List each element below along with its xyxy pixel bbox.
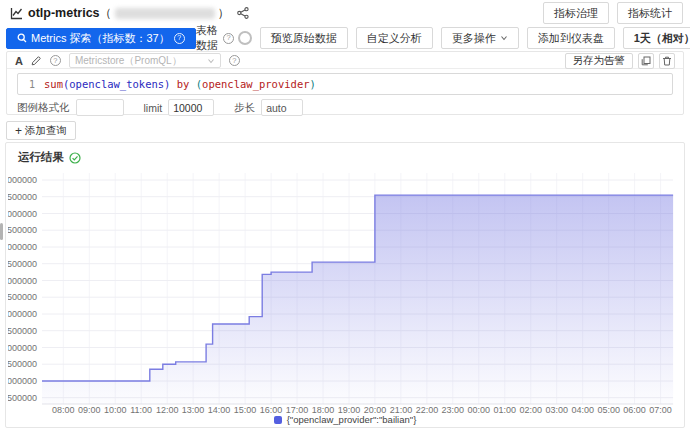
add-to-dashboard-button[interactable]: 添加到仪表盘	[527, 27, 615, 49]
chevron-down-icon	[500, 34, 508, 42]
line-chart-icon	[10, 7, 23, 20]
legend-label: {"openclaw_provider":"bailian"}	[287, 414, 417, 425]
more-actions-button[interactable]: 更多操作	[441, 27, 519, 49]
table-data-label: 表格数据	[196, 23, 219, 53]
step-label: 步长	[234, 101, 255, 115]
search-icon	[17, 33, 27, 43]
page-title: otlp-metrics	[28, 6, 100, 20]
line-number: 1	[18, 79, 44, 90]
plus-icon: +	[15, 124, 22, 138]
legend-item[interactable]: {"openclaw_provider":"bailian"}	[6, 414, 684, 425]
copy-query-button[interactable]	[638, 53, 654, 69]
toolbar-right: 表格数据 ? 预览原始数据 自定义分析 更多操作 添加到仪表盘 1天（相对） 立…	[196, 23, 690, 53]
edit-pen-icon[interactable]	[31, 55, 42, 66]
result-panel: 运行结果 08:0009:0010:0011:0012:0013:0014:00…	[5, 142, 685, 428]
toolbar: Metrics 探索（指标数：37） ? 表格数据 ? 预览原始数据 自定义分析…	[6, 27, 684, 49]
metric-governance-button[interactable]: 指标治理	[543, 2, 609, 24]
header-actions: 指标治理 指标统计	[543, 2, 683, 24]
title-paren-close: ）	[218, 5, 230, 22]
delete-query-button[interactable]	[659, 53, 675, 69]
share-icon[interactable]	[237, 7, 249, 19]
help-icon[interactable]: ?	[223, 33, 234, 44]
custom-analysis-button[interactable]: 自定义分析	[356, 27, 433, 49]
table-data-toggle-group: 表格数据 ?	[196, 23, 252, 53]
svg-text:7000000: 7000000	[8, 175, 37, 185]
result-header: 运行结果	[6, 143, 684, 165]
query-toolbar-right: 另存为告警	[565, 53, 676, 69]
result-chart[interactable]: 08:0009:0010:0011:0012:0013:0014:0015:00…	[8, 167, 684, 417]
svg-text:500000: 500000	[8, 393, 37, 403]
query-params: 图例格式化 limit 步长	[17, 99, 683, 116]
page: otlp-metrics （ ） 指标治理 指标统计 Metrics 探索（指标…	[0, 0, 690, 429]
svg-text:1500000: 1500000	[8, 359, 37, 369]
limit-label: limit	[144, 102, 163, 114]
svg-text:6500000: 6500000	[8, 192, 37, 202]
svg-text:3000000: 3000000	[8, 309, 37, 319]
scrollbar-thumb[interactable]	[0, 223, 3, 240]
limit-input[interactable]	[168, 99, 214, 116]
help-icon[interactable]: ?	[174, 33, 185, 44]
table-data-toggle[interactable]	[238, 31, 252, 45]
font-style-icon[interactable]: A	[15, 55, 23, 67]
metric-statistics-button[interactable]: 指标统计	[617, 2, 683, 24]
query-toolbar: A ? Metricstore（PromQL） ? 另存为告警	[7, 53, 683, 69]
svg-text:3500000: 3500000	[8, 292, 37, 302]
save-as-alert-button[interactable]: 另存为告警	[565, 53, 634, 69]
query-panel: A ? Metricstore（PromQL） ? 另存为告警	[6, 51, 684, 115]
preview-raw-data-button[interactable]: 预览原始数据	[260, 27, 348, 49]
redacted-project-id	[115, 8, 215, 19]
chevron-down-icon	[207, 57, 215, 65]
metrics-explore-button[interactable]: Metrics 探索（指标数：37） ?	[6, 28, 196, 49]
result-title: 运行结果	[18, 150, 64, 165]
title-paren-open: （	[100, 5, 112, 22]
trash-icon	[662, 56, 672, 66]
svg-text:5000000: 5000000	[8, 242, 37, 252]
help-icon[interactable]: ?	[229, 55, 240, 66]
svg-text:2000000: 2000000	[8, 343, 37, 353]
legend-format-label: 图例格式化	[17, 101, 70, 115]
copy-icon	[641, 56, 651, 66]
svg-text:2500000: 2500000	[8, 326, 37, 336]
query-code[interactable]: sum(openclaw_tokens) by (openclaw_provid…	[44, 78, 316, 90]
help-icon[interactable]: ?	[50, 55, 61, 66]
svg-text:5500000: 5500000	[8, 225, 37, 235]
metricstore-select[interactable]: Metricstore（PromQL）	[69, 53, 221, 68]
add-query-button[interactable]: + 添加查询	[6, 121, 76, 140]
legend-format-input[interactable]	[76, 99, 124, 116]
svg-text:1000000: 1000000	[8, 376, 37, 386]
svg-text:4000000: 4000000	[8, 276, 37, 286]
step-input[interactable]	[261, 99, 303, 116]
legend-marker	[274, 416, 282, 424]
svg-text:6000000: 6000000	[8, 209, 37, 219]
time-range-button[interactable]: 1天（相对）	[623, 27, 690, 49]
success-check-icon	[69, 152, 81, 164]
svg-text:4500000: 4500000	[8, 259, 37, 269]
promql-editor[interactable]: 1 sum(openclaw_tokens) by (openclaw_prov…	[17, 73, 673, 95]
